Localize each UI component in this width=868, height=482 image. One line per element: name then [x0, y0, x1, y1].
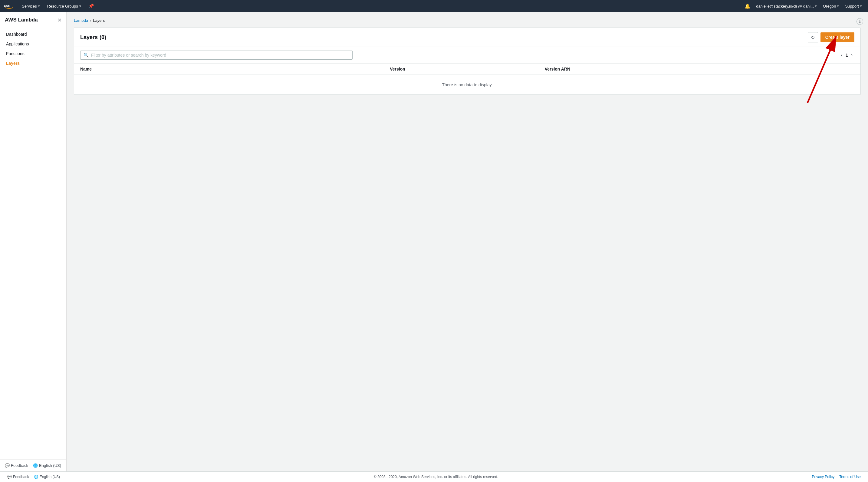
user-chevron-icon: ▾ [815, 4, 817, 8]
sidebar-item-functions[interactable]: Functions [0, 49, 66, 58]
resource-groups-chevron-icon: ▾ [79, 4, 81, 8]
col-version: Version [390, 67, 545, 71]
language-selector[interactable]: 🌐 English (US) [33, 463, 61, 468]
panel-actions: ↻ Create layer [808, 32, 855, 42]
svg-marker-1 [13, 7, 13, 8]
region-menu[interactable]: Oregon ▾ [820, 0, 841, 12]
search-input[interactable] [91, 53, 349, 58]
aws-logo[interactable]: aws [4, 3, 14, 9]
feedback-button[interactable]: 💬 Feedback [5, 463, 28, 468]
pagination: ‹ 1 › [839, 52, 855, 58]
breadcrumb-lambda[interactable]: Lambda [74, 18, 88, 23]
footer: 💬 Feedback 🌐 English (US) © 2008 - 2020,… [0, 472, 868, 482]
chat-icon: 💬 [5, 463, 10, 468]
region-chevron-icon: ▾ [837, 4, 839, 8]
support-menu[interactable]: Support ▾ [843, 0, 864, 12]
refresh-button[interactable]: ↻ [808, 32, 818, 42]
table-header: Name Version Version ARN [74, 64, 861, 75]
empty-table-message: There is no data to display. [74, 75, 861, 94]
services-nav[interactable]: Services ▾ [19, 0, 42, 12]
sidebar-title: AWS Lambda [5, 17, 38, 23]
services-chevron-icon: ▾ [38, 4, 40, 8]
sidebar-header: AWS Lambda ✕ [0, 12, 66, 27]
footer-left: 💬 Feedback 🌐 English (US) [7, 475, 60, 479]
sidebar-footer: 💬 Feedback 🌐 English (US) [0, 459, 66, 472]
resource-groups-nav[interactable]: Resource Groups ▾ [45, 0, 84, 12]
create-layer-button[interactable]: Create layer [820, 32, 855, 42]
layers-panel: Layers (0) ↻ Create layer 🔍 ‹ 1 › [74, 28, 861, 95]
footer-chat-icon: 💬 [7, 475, 12, 479]
search-row: 🔍 ‹ 1 › [74, 47, 861, 64]
user-menu[interactable]: danielle@stackery.io/cli @ dani... ▾ [753, 0, 819, 12]
info-icon[interactable]: ℹ [857, 18, 863, 25]
breadcrumb-separator: › [90, 18, 91, 23]
page-number: 1 [846, 53, 848, 58]
sidebar-item-dashboard[interactable]: Dashboard [0, 29, 66, 39]
footer-language[interactable]: 🌐 English (US) [34, 475, 60, 479]
sidebar-item-layers[interactable]: Layers [0, 58, 66, 68]
notification-bell-icon[interactable]: 🔔 [743, 3, 752, 9]
col-name: Name [80, 67, 390, 71]
prev-page-button[interactable]: ‹ [839, 52, 844, 58]
terms-of-use-link[interactable]: Terms of Use [839, 475, 861, 479]
search-icon: 🔍 [84, 53, 89, 58]
main-content: ℹ Lambda › Layers Layers (0) ↻ Create la… [67, 12, 868, 472]
panel-count: (0) [100, 34, 106, 40]
privacy-policy-link[interactable]: Privacy Policy [812, 475, 835, 479]
close-icon[interactable]: ✕ [58, 17, 61, 23]
search-container: 🔍 [80, 51, 352, 60]
col-version-arn: Version ARN [545, 67, 855, 71]
panel-header: Layers (0) ↻ Create layer [74, 28, 861, 47]
footer-copyright: © 2008 - 2020, Amazon Web Services, Inc.… [374, 475, 498, 479]
panel-title: Layers [80, 34, 98, 40]
sidebar: AWS Lambda ✕ Dashboard Applications Func… [0, 12, 67, 472]
footer-links: Privacy Policy Terms of Use [812, 475, 861, 479]
globe-icon: 🌐 [33, 463, 38, 468]
sidebar-nav: Dashboard Applications Functions Layers [0, 27, 66, 459]
next-page-button[interactable]: › [849, 52, 855, 58]
footer-globe-icon: 🌐 [34, 475, 38, 479]
breadcrumb-current: Layers [93, 18, 105, 23]
svg-text:aws: aws [4, 4, 10, 7]
support-chevron-icon: ▾ [860, 4, 862, 8]
breadcrumb: Lambda › Layers [74, 18, 861, 23]
footer-feedback[interactable]: 💬 Feedback [7, 475, 29, 479]
top-navigation: aws Services ▾ Resource Groups ▾ 📌 🔔 dan… [0, 0, 868, 12]
sidebar-item-applications[interactable]: Applications [0, 39, 66, 49]
pin-icon[interactable]: 📌 [86, 0, 97, 12]
